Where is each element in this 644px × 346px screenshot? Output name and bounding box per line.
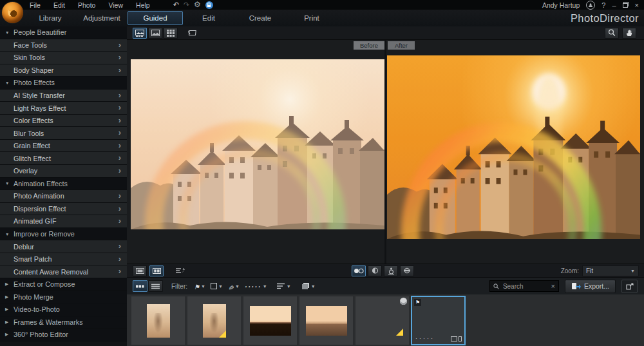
result-view-buttons [133,265,188,276]
sidebar-header-photo-effects[interactable]: Photo Effects [0,77,127,90]
tab-print[interactable]: Print [286,12,337,24]
close-button[interactable]: × [635,2,639,8]
sidebar-item-label: Overlay [14,167,37,175]
sidebar-item-label: Light Rays Effect [14,104,66,112]
rating-filter-button[interactable] [242,280,270,292]
single-result-view-button[interactable] [133,265,147,276]
filmstrip-thumbnail-6-selected[interactable] [411,296,466,345]
sidebar-item-overlay[interactable]: Overlay [0,165,127,178]
compare-overlay-icon [403,267,411,274]
sidebar-item-face-tools[interactable]: Face Tools [0,39,127,52]
menu-file[interactable]: File [23,1,47,9]
after-photo-image [387,55,640,239]
flag-filter-button[interactable] [191,280,208,292]
sidebar-item-glitch-effect[interactable]: Glitch Effect [0,152,127,165]
viewer-grid-view-button[interactable] [164,28,178,39]
sidebar-header-photo-merge[interactable]: Photo Merge [0,291,127,303]
lock-icon[interactable] [205,1,213,9]
reset-history-button[interactable] [173,265,187,276]
open-new-window-button[interactable] [621,280,638,293]
chevron-right-icon [118,128,121,137]
viewer-filmstrip-view-button[interactable] [133,28,147,39]
split-result-view-button[interactable] [149,265,164,276]
viewer-single-view-button[interactable] [148,28,162,39]
undo-icon[interactable]: ↶ [173,1,179,8]
tab-guided[interactable]: Guided [128,11,183,25]
gear-icon[interactable]: ⚙ [194,1,201,8]
sidebar-item-body-shaper[interactable]: Body Shaper [0,64,127,77]
before-photo[interactable] [131,59,384,229]
search-icon [493,284,499,289]
after-photo[interactable] [387,55,640,239]
chevron-right-icon [118,52,121,62]
pan-tool-button[interactable] [622,28,636,39]
filmstrip-thumbnail-4[interactable] [299,296,354,345]
compare-split-button[interactable] [368,265,382,276]
filmstrip-thumbnail-1[interactable] [131,296,185,345]
zoom-control: Zoom: Fit [561,265,644,276]
module-tabs: Library Adjustment Guided Edit Create Pr… [24,11,337,25]
minimize-button[interactable]: – [612,2,616,8]
user-name[interactable]: Andy Hartup [542,1,580,9]
filmstrip-thumbnail-2[interactable] [187,296,242,345]
color-label-icon [211,280,217,292]
compare-overlay-button[interactable] [400,265,414,276]
sidebar-header-extract-or-compose[interactable]: Extract or Compose [0,278,127,291]
zoom-tool-button[interactable] [605,28,619,39]
sidebar-item-smart-patch[interactable]: Smart Patch [0,253,127,266]
sidebar-item-grain-effect[interactable]: Grain Effect [0,140,127,153]
tab-create[interactable]: Create [234,12,286,24]
help-button[interactable]: ? [601,2,605,8]
sidebar-header-improve-or-remove[interactable]: Improve or Remove [0,228,127,241]
filmstrip [127,294,644,346]
menu-view[interactable]: View [102,1,129,9]
sidebar-item-deblur[interactable]: Deblur [0,240,127,253]
sidebar-item-skin-tools[interactable]: Skin Tools [0,52,127,64]
sidebar-item-label: Smart Patch [14,255,52,263]
thumbnail-view-button[interactable] [133,280,147,292]
compare-top-bottom-button[interactable] [384,265,398,276]
compare-side-by-side-button[interactable] [352,265,366,276]
sidebar-item-ai-style-transfer[interactable]: AI Style Transfer [0,90,127,102]
stack-button[interactable] [299,280,318,292]
sidebar-item-color-effects[interactable]: Color Effects [0,115,127,128]
sidebar-item-blur-tools[interactable]: Blur Tools [0,127,127,140]
adjusted-filter-button[interactable] [225,280,242,292]
sort-button[interactable] [274,280,294,292]
menu-photo[interactable]: Photo [71,1,102,9]
menu-edit[interactable]: Edit [47,1,71,9]
sidebar-header-people-beautifier[interactable]: People Beautifier [0,26,127,39]
sidebar-item-dispersion-effect[interactable]: Dispersion Effect [0,203,127,216]
sidebar-header-animation-effects[interactable]: Animation Effects [0,178,127,191]
sidebar-item-content-aware-removal[interactable]: Content Aware Removal [0,265,127,278]
label-filter-button[interactable] [208,280,225,292]
sidebar-item-animated-gif[interactable]: Animated GIF [0,215,127,228]
sidebar-header-360-photo-editor[interactable]: 360° Photo Editor [0,329,127,341]
clear-search-icon[interactable]: × [551,282,554,290]
chevron-right-icon [118,90,121,100]
sidebar-item-photo-animation[interactable]: Photo Animation [0,190,127,203]
filmstrip-thumbnail-5[interactable] [355,296,410,345]
avatar[interactable] [586,1,595,10]
zoom-dropdown[interactable]: Fit [582,265,639,276]
sidebar-header-video-to-photo[interactable]: Video-to-Photo [0,303,127,316]
search-input[interactable] [502,282,549,291]
flag-badge-icon [414,299,421,306]
sidebar-item-light-rays-effect[interactable]: Light Rays Effect [0,102,127,115]
sidebar-header-frames-watermarks[interactable]: Frames & Watermarks [0,316,127,329]
tab-edit[interactable]: Edit [183,12,234,24]
restore-icon[interactable] [623,2,629,8]
filmstrip-thumbnail-3[interactable] [243,296,298,345]
list-view-button[interactable] [148,280,163,292]
module-tab-bar: Library Adjustment Guided Edit Create Pr… [0,10,644,27]
redo-icon[interactable]: ↷ [184,1,189,8]
rotate-photo-button[interactable] [185,28,200,39]
rating-dots-icon [245,280,261,292]
menu-help[interactable]: Help [129,1,156,9]
triangle-down-icon [5,30,14,35]
search-box[interactable]: × [489,280,559,292]
tab-adjustment[interactable]: Adjustment [76,12,128,24]
tab-library[interactable]: Library [24,12,76,24]
thumbnail-strip-icon [136,284,144,289]
export-button[interactable]: Export... [565,280,616,293]
